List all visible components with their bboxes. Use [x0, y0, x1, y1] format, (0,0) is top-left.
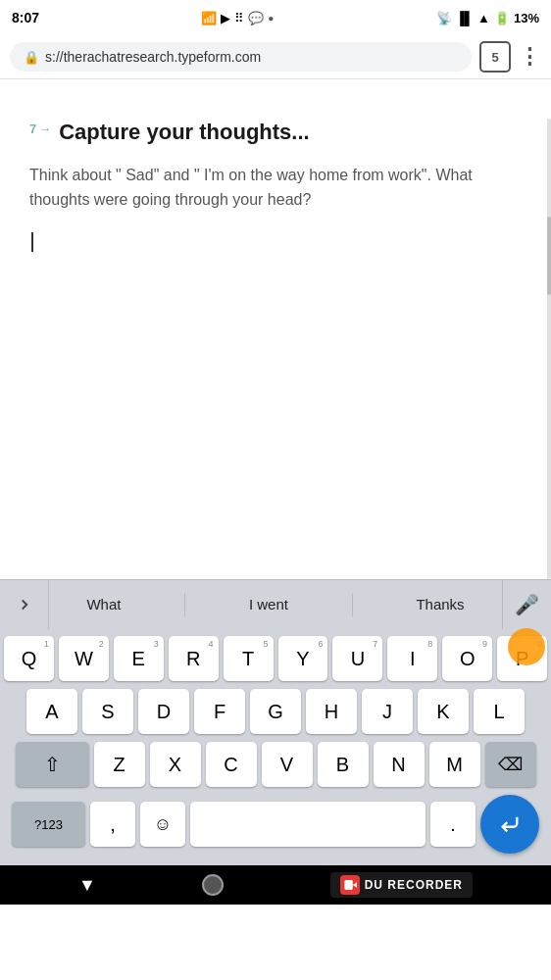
question-number: 7→ — [29, 122, 51, 136]
url-bar[interactable]: 🔒 s://therachatresearch.typeform.com — [10, 42, 472, 72]
whatsapp-icon: 💬 — [248, 11, 264, 25]
shift-key[interactable]: ⇧ — [16, 742, 89, 787]
orange-indicator — [508, 628, 545, 665]
keyboard: 1Q 2W 3E 4R 5T 6Y 7U 8I 9O 0P A S D F G … — [0, 628, 551, 865]
key-v[interactable]: V — [262, 742, 313, 787]
key-row-1: 1Q 2W 3E 4R 5T 6Y 7U 8I 9O 0P — [4, 636, 547, 681]
yt-icon: ▶ — [221, 11, 230, 25]
vibrate-icon: ⠿ — [234, 11, 244, 25]
key-y[interactable]: 6Y — [278, 636, 328, 681]
key-d[interactable]: D — [138, 689, 189, 734]
browser-bar: 🔒 s://therachatresearch.typeform.com 5 ⋮ — [0, 35, 551, 79]
url-text: s://therachatresearch.typeform.com — [45, 49, 261, 65]
back-button[interactable]: ▼ — [78, 875, 96, 896]
key-g[interactable]: G — [250, 689, 301, 734]
expand-keyboard-button[interactable] — [0, 580, 49, 629]
text-input-cursor — [29, 232, 522, 252]
lock-icon: 🔒 — [24, 50, 39, 65]
battery-icon: 🔋 — [494, 11, 510, 25]
key-row-2: A S D F G H J K L — [4, 689, 547, 734]
key-row-4: ?123 , ☺ . — [4, 795, 547, 854]
key-c[interactable]: C — [206, 742, 257, 787]
key-row-3: ⇧ Z X C V B N M ⌫ — [4, 742, 547, 787]
key-r[interactable]: 4R — [169, 636, 219, 681]
key-a[interactable]: A — [26, 689, 77, 734]
symbols-key[interactable]: ?123 — [12, 802, 85, 847]
suggestion-list: What I went Thanks — [49, 590, 502, 618]
divider-2 — [352, 593, 353, 616]
key-j[interactable]: J — [362, 689, 413, 734]
key-s[interactable]: S — [82, 689, 133, 734]
divider-1 — [184, 593, 185, 616]
question-arrow: → — [38, 122, 51, 136]
key-q[interactable]: 1Q — [4, 636, 54, 681]
status-bar: 8:07 📶 ▶ ⠿ 💬 ● 📡 ▐▌ ▲ 🔋 13% — [0, 0, 551, 35]
key-m[interactable]: M — [429, 742, 480, 787]
battery-percent: 13% — [514, 11, 539, 25]
bottom-bar: ▼ DU RECORDER — [0, 865, 551, 905]
dot-icon: ● — [268, 13, 274, 24]
signal2-icon: ▐▌ — [456, 11, 474, 25]
key-n[interactable]: N — [374, 742, 425, 787]
suggestion-3[interactable]: Thanks — [404, 590, 476, 618]
key-t[interactable]: 5T — [224, 636, 274, 681]
svg-rect-0 — [344, 880, 352, 890]
scroll-hint — [547, 119, 551, 579]
key-f[interactable]: F — [194, 689, 245, 734]
du-recorder-text: DU RECORDER — [365, 878, 463, 892]
status-right: 📡 ▐▌ ▲ 🔋 13% — [436, 11, 539, 25]
wifi-icon: ▲ — [477, 11, 490, 25]
mic-button[interactable]: 🎤 — [502, 580, 551, 629]
key-u[interactable]: 7U — [332, 636, 382, 681]
key-w[interactable]: 2W — [59, 636, 109, 681]
question-body: Think about " Sad" and " I'm on the way … — [29, 163, 522, 213]
emoji-key[interactable]: ☺ — [140, 802, 185, 847]
space-key[interactable] — [190, 802, 426, 847]
menu-button[interactable]: ⋮ — [519, 46, 541, 68]
svg-marker-1 — [352, 882, 356, 888]
key-x[interactable]: X — [150, 742, 201, 787]
key-i[interactable]: 8I — [387, 636, 437, 681]
period-key[interactable]: . — [430, 802, 476, 847]
keyboard-suggestion-bar: What I went Thanks 🎤 — [0, 579, 551, 628]
status-icons: 📶 ▶ ⠿ 💬 ● — [201, 11, 274, 25]
suggestion-2[interactable]: I went — [237, 590, 300, 618]
cast-icon: 📡 — [436, 11, 452, 25]
key-e[interactable]: 3E — [114, 636, 164, 681]
delete-key[interactable]: ⌫ — [485, 742, 536, 787]
du-recorder-badge: DU RECORDER — [330, 872, 473, 898]
key-b[interactable]: B — [318, 742, 369, 787]
question-title: Capture your thoughts... — [59, 119, 309, 147]
status-time: 8:07 — [12, 10, 39, 25]
tabs-button[interactable]: 5 — [479, 41, 511, 73]
du-recorder-icon — [340, 875, 360, 895]
key-k[interactable]: K — [418, 689, 469, 734]
enter-key[interactable] — [480, 795, 539, 854]
signal-icon: 📶 — [201, 11, 217, 25]
home-button[interactable] — [202, 874, 224, 896]
key-z[interactable]: Z — [94, 742, 145, 787]
main-content: 7→ Capture your thoughts... Think about … — [0, 79, 551, 579]
key-h[interactable]: H — [306, 689, 357, 734]
suggestion-1[interactable]: What — [75, 590, 132, 618]
comma-key[interactable]: , — [90, 802, 135, 847]
key-o[interactable]: 9O — [442, 636, 492, 681]
scroll-thumb — [547, 217, 551, 295]
question-header: 7→ Capture your thoughts... — [29, 119, 522, 147]
key-l[interactable]: L — [474, 689, 525, 734]
key-p[interactable]: 0P — [497, 636, 547, 681]
